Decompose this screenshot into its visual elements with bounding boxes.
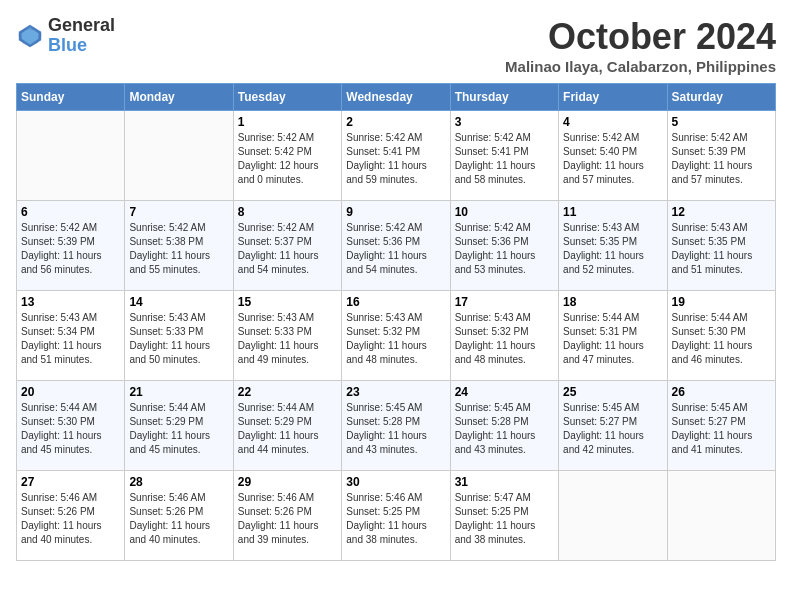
day-number: 3 <box>455 115 554 129</box>
day-number: 26 <box>672 385 771 399</box>
day-detail: Sunrise: 5:45 AM Sunset: 5:27 PM Dayligh… <box>563 401 662 457</box>
day-number: 14 <box>129 295 228 309</box>
day-number: 13 <box>21 295 120 309</box>
calendar-cell: 1Sunrise: 5:42 AM Sunset: 5:42 PM Daylig… <box>233 111 341 201</box>
day-detail: Sunrise: 5:42 AM Sunset: 5:36 PM Dayligh… <box>346 221 445 277</box>
day-number: 22 <box>238 385 337 399</box>
day-number: 24 <box>455 385 554 399</box>
day-number: 19 <box>672 295 771 309</box>
calendar-cell: 3Sunrise: 5:42 AM Sunset: 5:41 PM Daylig… <box>450 111 558 201</box>
month-title: October 2024 <box>505 16 776 58</box>
weekday-header: Thursday <box>450 84 558 111</box>
calendar-cell: 4Sunrise: 5:42 AM Sunset: 5:40 PM Daylig… <box>559 111 667 201</box>
day-detail: Sunrise: 5:42 AM Sunset: 5:42 PM Dayligh… <box>238 131 337 187</box>
calendar-week-row: 13Sunrise: 5:43 AM Sunset: 5:34 PM Dayli… <box>17 291 776 381</box>
calendar-cell: 31Sunrise: 5:47 AM Sunset: 5:25 PM Dayli… <box>450 471 558 561</box>
day-number: 9 <box>346 205 445 219</box>
day-detail: Sunrise: 5:44 AM Sunset: 5:31 PM Dayligh… <box>563 311 662 367</box>
calendar-week-row: 6Sunrise: 5:42 AM Sunset: 5:39 PM Daylig… <box>17 201 776 291</box>
page-header: General Blue October 2024 Malinao Ilaya,… <box>16 16 776 75</box>
calendar-cell: 16Sunrise: 5:43 AM Sunset: 5:32 PM Dayli… <box>342 291 450 381</box>
day-number: 28 <box>129 475 228 489</box>
day-detail: Sunrise: 5:45 AM Sunset: 5:28 PM Dayligh… <box>455 401 554 457</box>
day-number: 7 <box>129 205 228 219</box>
day-number: 25 <box>563 385 662 399</box>
calendar-cell: 22Sunrise: 5:44 AM Sunset: 5:29 PM Dayli… <box>233 381 341 471</box>
day-detail: Sunrise: 5:43 AM Sunset: 5:34 PM Dayligh… <box>21 311 120 367</box>
day-number: 4 <box>563 115 662 129</box>
title-block: October 2024 Malinao Ilaya, Calabarzon, … <box>505 16 776 75</box>
day-detail: Sunrise: 5:42 AM Sunset: 5:39 PM Dayligh… <box>21 221 120 277</box>
calendar-cell: 23Sunrise: 5:45 AM Sunset: 5:28 PM Dayli… <box>342 381 450 471</box>
calendar-cell: 10Sunrise: 5:42 AM Sunset: 5:36 PM Dayli… <box>450 201 558 291</box>
weekday-header: Sunday <box>17 84 125 111</box>
calendar-cell: 8Sunrise: 5:42 AM Sunset: 5:37 PM Daylig… <box>233 201 341 291</box>
calendar-cell: 30Sunrise: 5:46 AM Sunset: 5:25 PM Dayli… <box>342 471 450 561</box>
weekday-header: Friday <box>559 84 667 111</box>
day-number: 23 <box>346 385 445 399</box>
day-detail: Sunrise: 5:42 AM Sunset: 5:38 PM Dayligh… <box>129 221 228 277</box>
calendar-cell: 12Sunrise: 5:43 AM Sunset: 5:35 PM Dayli… <box>667 201 775 291</box>
day-number: 1 <box>238 115 337 129</box>
day-detail: Sunrise: 5:44 AM Sunset: 5:30 PM Dayligh… <box>21 401 120 457</box>
calendar-header-row: SundayMondayTuesdayWednesdayThursdayFrid… <box>17 84 776 111</box>
calendar-week-row: 20Sunrise: 5:44 AM Sunset: 5:30 PM Dayli… <box>17 381 776 471</box>
calendar-cell: 18Sunrise: 5:44 AM Sunset: 5:31 PM Dayli… <box>559 291 667 381</box>
day-detail: Sunrise: 5:42 AM Sunset: 5:41 PM Dayligh… <box>346 131 445 187</box>
day-detail: Sunrise: 5:46 AM Sunset: 5:26 PM Dayligh… <box>21 491 120 547</box>
calendar-cell: 27Sunrise: 5:46 AM Sunset: 5:26 PM Dayli… <box>17 471 125 561</box>
day-number: 12 <box>672 205 771 219</box>
day-detail: Sunrise: 5:44 AM Sunset: 5:29 PM Dayligh… <box>238 401 337 457</box>
day-number: 18 <box>563 295 662 309</box>
calendar-cell: 26Sunrise: 5:45 AM Sunset: 5:27 PM Dayli… <box>667 381 775 471</box>
day-number: 29 <box>238 475 337 489</box>
day-detail: Sunrise: 5:46 AM Sunset: 5:26 PM Dayligh… <box>238 491 337 547</box>
calendar-cell <box>667 471 775 561</box>
weekday-header: Saturday <box>667 84 775 111</box>
day-number: 10 <box>455 205 554 219</box>
day-number: 17 <box>455 295 554 309</box>
calendar-cell: 19Sunrise: 5:44 AM Sunset: 5:30 PM Dayli… <box>667 291 775 381</box>
day-detail: Sunrise: 5:42 AM Sunset: 5:39 PM Dayligh… <box>672 131 771 187</box>
day-number: 8 <box>238 205 337 219</box>
location-subtitle: Malinao Ilaya, Calabarzon, Philippines <box>505 58 776 75</box>
day-detail: Sunrise: 5:43 AM Sunset: 5:35 PM Dayligh… <box>672 221 771 277</box>
calendar-cell: 6Sunrise: 5:42 AM Sunset: 5:39 PM Daylig… <box>17 201 125 291</box>
day-detail: Sunrise: 5:43 AM Sunset: 5:32 PM Dayligh… <box>455 311 554 367</box>
logo-line2: Blue <box>48 36 115 56</box>
calendar-week-row: 1Sunrise: 5:42 AM Sunset: 5:42 PM Daylig… <box>17 111 776 201</box>
calendar-cell <box>125 111 233 201</box>
calendar-cell: 17Sunrise: 5:43 AM Sunset: 5:32 PM Dayli… <box>450 291 558 381</box>
calendar-cell: 25Sunrise: 5:45 AM Sunset: 5:27 PM Dayli… <box>559 381 667 471</box>
day-number: 16 <box>346 295 445 309</box>
calendar-cell: 29Sunrise: 5:46 AM Sunset: 5:26 PM Dayli… <box>233 471 341 561</box>
calendar-cell <box>17 111 125 201</box>
day-detail: Sunrise: 5:42 AM Sunset: 5:36 PM Dayligh… <box>455 221 554 277</box>
day-number: 2 <box>346 115 445 129</box>
calendar-cell: 7Sunrise: 5:42 AM Sunset: 5:38 PM Daylig… <box>125 201 233 291</box>
calendar-cell: 13Sunrise: 5:43 AM Sunset: 5:34 PM Dayli… <box>17 291 125 381</box>
day-number: 27 <box>21 475 120 489</box>
day-detail: Sunrise: 5:44 AM Sunset: 5:30 PM Dayligh… <box>672 311 771 367</box>
day-number: 30 <box>346 475 445 489</box>
day-detail: Sunrise: 5:46 AM Sunset: 5:26 PM Dayligh… <box>129 491 228 547</box>
day-number: 21 <box>129 385 228 399</box>
day-detail: Sunrise: 5:47 AM Sunset: 5:25 PM Dayligh… <box>455 491 554 547</box>
weekday-header: Wednesday <box>342 84 450 111</box>
day-detail: Sunrise: 5:45 AM Sunset: 5:28 PM Dayligh… <box>346 401 445 457</box>
calendar-cell: 14Sunrise: 5:43 AM Sunset: 5:33 PM Dayli… <box>125 291 233 381</box>
day-detail: Sunrise: 5:46 AM Sunset: 5:25 PM Dayligh… <box>346 491 445 547</box>
day-number: 31 <box>455 475 554 489</box>
day-detail: Sunrise: 5:43 AM Sunset: 5:32 PM Dayligh… <box>346 311 445 367</box>
calendar-cell: 2Sunrise: 5:42 AM Sunset: 5:41 PM Daylig… <box>342 111 450 201</box>
weekday-header: Monday <box>125 84 233 111</box>
calendar-cell: 11Sunrise: 5:43 AM Sunset: 5:35 PM Dayli… <box>559 201 667 291</box>
day-detail: Sunrise: 5:42 AM Sunset: 5:41 PM Dayligh… <box>455 131 554 187</box>
day-detail: Sunrise: 5:43 AM Sunset: 5:35 PM Dayligh… <box>563 221 662 277</box>
logo-line1: General <box>48 16 115 36</box>
calendar-cell: 21Sunrise: 5:44 AM Sunset: 5:29 PM Dayli… <box>125 381 233 471</box>
day-number: 15 <box>238 295 337 309</box>
day-detail: Sunrise: 5:45 AM Sunset: 5:27 PM Dayligh… <box>672 401 771 457</box>
day-number: 5 <box>672 115 771 129</box>
day-detail: Sunrise: 5:44 AM Sunset: 5:29 PM Dayligh… <box>129 401 228 457</box>
